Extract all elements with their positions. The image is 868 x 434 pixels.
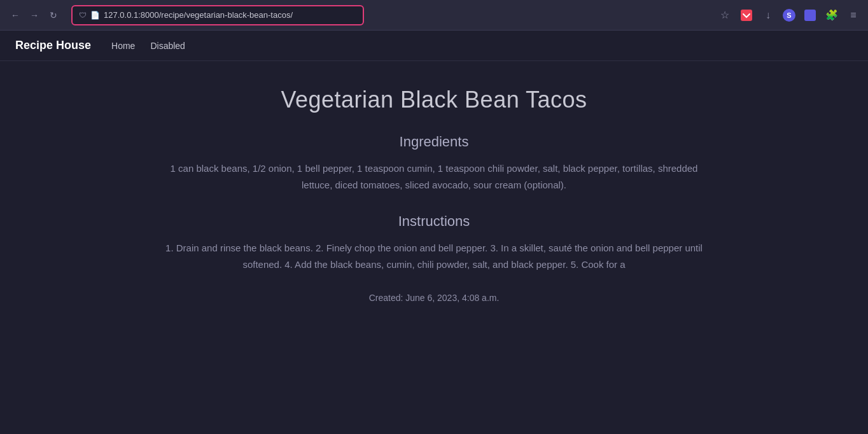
bookmark-icon[interactable]: ☆ <box>718 8 732 22</box>
back-button[interactable]: ← <box>8 8 23 23</box>
recipe-content: Vegetarian Black Bean Tacos Ingredients … <box>148 61 720 328</box>
address-bar-container: 🛡 📄 127.0.0.1:8000/recipe/vegetarian-bla… <box>71 5 364 25</box>
nav-disabled-link[interactable]: Disabled <box>150 41 185 51</box>
ingredients-text: 1 can black beans, 1/2 onion, 1 bell pep… <box>160 160 708 193</box>
site-nav: Recipe House Home Disabled <box>0 31 868 61</box>
pocket-icon[interactable] <box>739 8 753 22</box>
ingredients-heading: Ingredients <box>160 134 708 150</box>
extensions-icon[interactable]: 🧩 <box>825 8 839 22</box>
nav-home-link[interactable]: Home <box>111 41 135 51</box>
site-logo: Recipe House <box>15 39 91 52</box>
url-host: 127.0.0.1: <box>104 10 141 20</box>
browser-nav-buttons: ← → ↻ <box>8 8 61 23</box>
instructions-text: 1. Drain and rinse the black beans. 2. F… <box>160 240 708 272</box>
url-path: /recipe/vegetarian-black-bean-tacos/ <box>159 10 293 20</box>
security-icon: 🛡 <box>79 11 87 20</box>
refresh-button[interactable]: ↻ <box>46 8 61 23</box>
browser-actions: ☆ ↓ S 🧩 ≡ <box>718 8 860 22</box>
menu-icon[interactable]: ≡ <box>846 8 860 22</box>
instructions-heading: Instructions <box>160 213 708 230</box>
account-icon[interactable]: S <box>783 9 795 22</box>
address-bar[interactable]: 🛡 📄 127.0.0.1:8000/recipe/vegetarian-bla… <box>71 5 364 25</box>
created-date: Created: June 6, 2023, 4:08 a.m. <box>160 293 708 303</box>
recipe-title: Vegetarian Black Bean Tacos <box>160 87 708 113</box>
svg-rect-0 <box>741 10 752 21</box>
download-icon[interactable]: ↓ <box>761 8 775 22</box>
sync-icon[interactable] <box>803 8 817 22</box>
browser-chrome: ← → ↻ 🛡 📄 127.0.0.1:8000/recipe/vegetari… <box>0 0 868 31</box>
forward-button[interactable]: → <box>27 8 42 23</box>
url-text: 127.0.0.1:8000/recipe/vegetarian-black-b… <box>104 10 293 20</box>
page-icon: 📄 <box>90 11 100 20</box>
url-port: 8000 <box>141 10 159 20</box>
